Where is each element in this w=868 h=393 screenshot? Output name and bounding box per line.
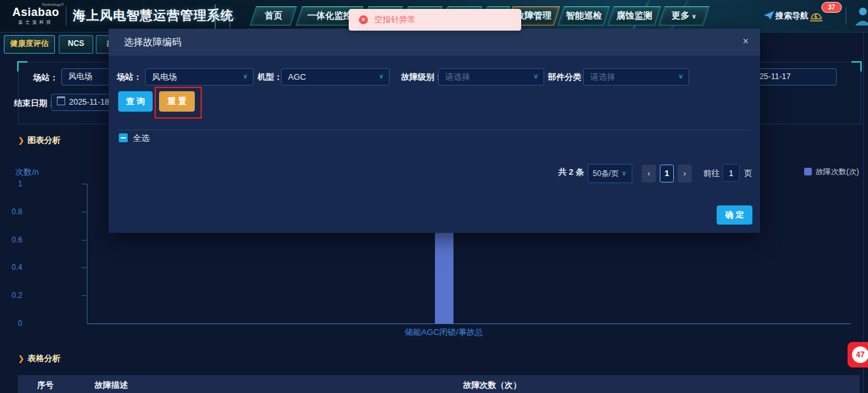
select-fault-code-dialog: 选择故障编码 × 场站： 风电场 ∨ 机型： AGC ∨ 故障级别： 请选择 ∨… (109, 29, 760, 233)
field-part-category-select[interactable]: 请选择 ∨ (583, 68, 689, 85)
tick-mark (82, 184, 87, 184)
alarm-float-button[interactable]: 47 (848, 342, 868, 367)
logo-divider (66, 6, 66, 26)
paper-plane-icon (764, 11, 774, 20)
y-axis-line (87, 184, 88, 323)
dialog-title: 选择故障编码 (124, 29, 181, 56)
tick-mark (82, 295, 87, 296)
field-model-select[interactable]: AGC ∨ (281, 68, 390, 85)
table-header-row: 序号 故障描述 故障次数（次） (18, 375, 860, 393)
search-nav-button[interactable]: 搜索导航 (775, 10, 809, 22)
goto-page-input[interactable] (722, 164, 740, 182)
alarm-icon[interactable] (809, 8, 824, 24)
y-tick: 1 (2, 179, 22, 188)
field-fault-level-select[interactable]: 请选择 ∨ (438, 68, 544, 85)
y-tick: 0.4 (2, 263, 22, 272)
select-all-label: 全选 (133, 133, 149, 144)
user-avatar-icon[interactable] (853, 5, 868, 28)
nav-tab-home[interactable]: 首页 (250, 6, 297, 26)
subtab-ncs[interactable]: NCS (59, 35, 93, 54)
section-arrow-icon: ❯ (18, 354, 24, 363)
nav-tab-corrosion-monitoring[interactable]: 腐蚀监测 (607, 6, 661, 26)
tick-mark (82, 212, 87, 212)
goto-label: 前往 (703, 168, 720, 179)
col-fault-description: 故障描述 (95, 380, 128, 391)
corner-bracket (17, 61, 27, 71)
section-arrow-icon: ❯ (18, 136, 24, 145)
nav-tab-smart-inspection[interactable]: 智能巡检 (558, 6, 610, 26)
prev-page-button[interactable]: ‹ (642, 165, 656, 182)
chevron-down-icon: ∨ (691, 13, 696, 20)
legend-marker (804, 168, 812, 175)
logo-chinese-text: 嘉士宝科技 (8, 19, 64, 26)
col-fault-count: 故障次数（次） (463, 380, 521, 391)
page-right-edge (863, 32, 864, 393)
tick-mark (82, 240, 87, 241)
field-station-label: 场站： (117, 71, 142, 83)
end-date-label: 结束日期： (14, 98, 56, 109)
chevron-down-icon: ∨ (379, 72, 384, 80)
alarm-count-badge: 37 (821, 2, 842, 13)
page-unit-label: 页 (744, 168, 752, 179)
annotation-highlight-box (155, 87, 202, 119)
field-model-label: 机型： (257, 71, 282, 83)
y-tick: 0.8 (2, 207, 22, 216)
brand-logo[interactable]: Technology® Asiabao 嘉士宝科技 (8, 3, 64, 26)
field-station-select[interactable]: 风电场 ∨ (145, 68, 254, 85)
y-tick: 0.2 (2, 291, 22, 300)
topbar-divider (846, 8, 846, 24)
calendar-icon (57, 96, 65, 105)
x-category-label: 储能AGC闭锁/事故总 (383, 327, 505, 338)
wind-turbine-icon (220, 8, 240, 29)
chevron-down-icon: ∨ (621, 169, 627, 177)
chevron-down-icon: ∨ (678, 72, 683, 80)
field-fault-level-label: 故障级别： (401, 71, 443, 83)
error-toast: ✕ 空指针异常 (349, 9, 521, 31)
subtab-health-assessment[interactable]: 健康度评估 (4, 35, 55, 54)
select-all-checkbox[interactable] (119, 133, 128, 142)
query-button[interactable]: 查 询 (118, 91, 153, 112)
dialog-header: 选择故障编码 × (109, 29, 760, 56)
error-icon: ✕ (359, 15, 368, 24)
chevron-down-icon: ∨ (243, 72, 248, 80)
toast-message: 空指针异常 (374, 9, 416, 31)
alarm-float-count: 47 (852, 346, 868, 363)
current-page-button[interactable]: 1 (660, 165, 674, 182)
tick-mark (82, 267, 87, 268)
station-label: 场站： (33, 72, 58, 84)
y-tick: 0.6 (2, 235, 22, 244)
chevron-down-icon: ∨ (533, 72, 538, 80)
table-section-title: ❯表格分析 (18, 353, 61, 364)
y-tick: 0 (2, 319, 22, 328)
dialog-divider (118, 130, 750, 130)
y-axis-label: 次数/n (15, 167, 39, 178)
logo-main-text: Asiabao (8, 6, 64, 19)
indeterminate-dash (121, 137, 126, 138)
nav-tab-more[interactable]: 更多∨ (659, 6, 710, 26)
pagination-total: 共 2 条 (558, 167, 584, 178)
chart-section-title: ❯图表分析 (18, 135, 61, 146)
confirm-button[interactable]: 确 定 (717, 205, 752, 225)
next-page-button[interactable]: › (678, 165, 692, 182)
col-index: 序号 (37, 380, 54, 391)
close-icon[interactable]: × (743, 36, 749, 47)
app-root: Technology® Asiabao 嘉士宝科技 海上风电智慧运营管理系统 首… (0, 0, 868, 393)
page-size-select[interactable]: 50条/页 ∨ (588, 164, 632, 183)
legend-label[interactable]: 故障次数(次) (816, 167, 859, 177)
x-axis-line (87, 323, 851, 324)
corner-bracket (851, 61, 862, 71)
